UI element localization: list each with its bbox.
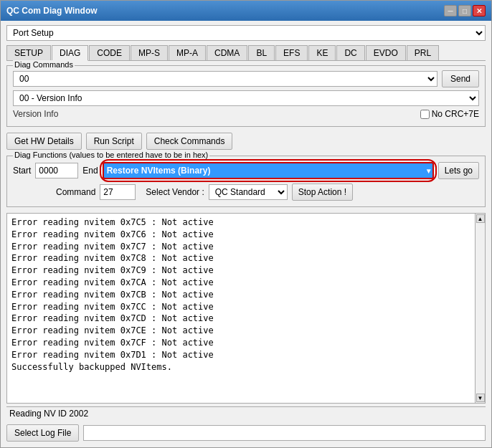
diag-combo1-row: 00 Send — [13, 70, 479, 87]
command-input[interactable] — [100, 184, 136, 200]
stop-action-button[interactable]: Stop Action ! — [292, 184, 353, 201]
close-button[interactable]: ✕ — [473, 5, 486, 16]
command-label: Command — [56, 187, 95, 197]
output-line: Error reading nvitem 0x7CC : Not active — [11, 301, 470, 313]
bottom-bar: Select Log File — [6, 423, 486, 443]
no-crc-checkbox[interactable] — [420, 110, 430, 119]
output-line: Error reading nvitem 0x7D1 : Not active — [11, 349, 470, 361]
title-bar: QC Com Diag Window ─ □ ✕ — [1, 1, 491, 21]
tab-mpa[interactable]: MP-A — [169, 45, 206, 60]
tab-ke[interactable]: KE — [308, 45, 336, 60]
start-label: Start — [13, 166, 31, 176]
diag-commands-title: Diag Commands — [13, 60, 75, 69]
diag-combo2[interactable]: 00 - Version Info — [13, 90, 479, 106]
window-content: Port Setup SETUP DIAG CODE MP-S MP-A CDM… — [1, 21, 491, 447]
no-crc-row: No CRC+7E — [420, 109, 479, 119]
output-line: Error reading nvitem 0x7CA : Not active — [11, 277, 470, 289]
output-line: Error reading nvitem 0x7C9 : Not active — [11, 264, 470, 277]
log-file-path-display — [83, 425, 486, 441]
action-buttons-row: Get HW Details Run Script Check Commands — [6, 133, 486, 150]
status-bar: Reading NV ID 2002 — [6, 406, 486, 420]
output-line: Error reading nvitem 0x7CF : Not active — [11, 337, 470, 349]
diag-combo2-row: 00 - Version Info — [13, 90, 479, 106]
output-line: Error reading nvitem 0x7C8 : Not active — [11, 252, 470, 264]
version-info-row: Version Info No CRC+7E — [13, 109, 479, 119]
diag-combo1[interactable]: 00 — [13, 71, 437, 87]
output-container: Error reading nvitem 0x7C5 : Not active … — [6, 213, 486, 404]
diag-functions-title: Diag Functions (values to be entered hav… — [13, 151, 209, 159]
output-line: Error reading nvitem 0x7CB : Not active — [11, 289, 470, 301]
tab-cdma[interactable]: CDMA — [207, 45, 247, 60]
tab-mps[interactable]: MP-S — [131, 45, 168, 60]
version-info-label: Version Info — [13, 109, 58, 119]
tab-dc[interactable]: DC — [336, 45, 364, 60]
output-line: Error reading nvitem 0x7CE : Not active — [11, 325, 470, 337]
output-line: Successfully backupped NVItems. — [11, 361, 470, 373]
send-button[interactable]: Send — [442, 70, 479, 87]
minimize-button[interactable]: ─ — [444, 5, 457, 16]
command-row: Command Select Vendor : QC Standard Stop… — [13, 184, 479, 201]
vendor-combo[interactable]: QC Standard — [209, 184, 288, 200]
select-log-file-button[interactable]: Select Log File — [6, 424, 79, 442]
tabs-bar: SETUP DIAG CODE MP-S MP-A CDMA BL EFS KE… — [6, 45, 486, 61]
tab-prl[interactable]: PRL — [407, 45, 439, 60]
get-hw-details-button[interactable]: Get HW Details — [6, 133, 82, 150]
tab-diag[interactable]: DIAG — [52, 45, 88, 61]
tab-evdo[interactable]: EVDO — [366, 45, 406, 60]
tab-bl[interactable]: BL — [248, 45, 275, 60]
output-line: Error reading nvitem 0x7CD : Not active — [11, 313, 470, 325]
output-line: Error reading nvitem 0x7C7 : Not active — [11, 241, 470, 253]
output-line: Error reading nvitem 0x7C6 : Not active — [11, 229, 470, 241]
status-text: Reading NV ID 2002 — [9, 409, 88, 419]
scroll-up-arrow[interactable]: ▲ — [476, 214, 485, 223]
window-controls: ─ □ ✕ — [444, 5, 486, 16]
select-vendor-label: Select Vendor : — [146, 187, 204, 197]
output-area[interactable]: Error reading nvitem 0x7C5 : Not active … — [7, 214, 475, 399]
main-window: QC Com Diag Window ─ □ ✕ Port Setup SETU… — [0, 0, 492, 448]
run-script-button[interactable]: Run Script — [86, 133, 142, 150]
port-setup-select[interactable]: Port Setup — [6, 25, 486, 41]
scroll-down-arrow[interactable]: ▼ — [476, 394, 485, 402]
output-line: Error reading nvitem 0x7C5 : Not active — [11, 216, 470, 229]
lets-go-button[interactable]: Lets go — [438, 162, 479, 179]
window-title: QC Com Diag Window — [6, 6, 98, 16]
check-commands-button[interactable]: Check Commands — [146, 133, 233, 150]
restore-nvitems-combo[interactable]: Restore NVItems (Binary) — [103, 162, 434, 179]
tab-setup[interactable]: SETUP — [6, 45, 51, 60]
port-setup-row: Port Setup — [6, 25, 486, 41]
start-input[interactable] — [35, 163, 78, 178]
no-crc-label-text: No CRC+7E — [432, 109, 479, 119]
end-label: End — [82, 166, 98, 176]
maximize-button[interactable]: □ — [458, 5, 471, 16]
start-end-row: Start End Restore NVItems (Binary) ▼ Let… — [13, 162, 479, 179]
scrollbar[interactable]: ▲ ▼ — [475, 214, 485, 403]
restore-combo-wrapper: Restore NVItems (Binary) ▼ — [103, 162, 434, 179]
diag-commands-group: Diag Commands 00 Send 00 - Version Info … — [6, 65, 486, 127]
tab-efs[interactable]: EFS — [275, 45, 308, 60]
tab-code[interactable]: CODE — [89, 45, 130, 60]
diag-functions-group: Diag Functions (values to be entered hav… — [6, 156, 486, 207]
